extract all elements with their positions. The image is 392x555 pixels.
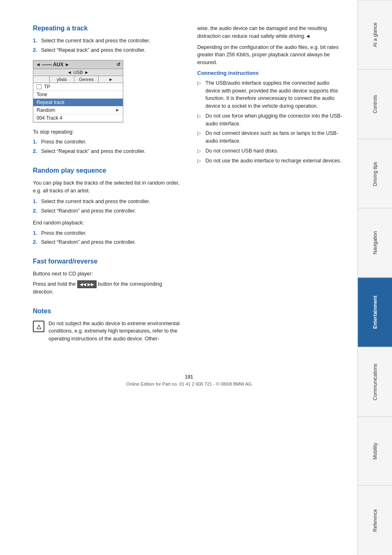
repeat-step-2: 2. Select “Repeat track” and press the c… — [33, 46, 181, 54]
connecting-bullets: ▷ The USB/audio interface supplies the c… — [197, 79, 345, 165]
warning-icon: △ — [33, 321, 44, 332]
menu-item-repeat-track[interactable]: Repeat track — [33, 99, 123, 106]
random-step-2: 2. Select “Random” and press the control… — [33, 207, 181, 215]
random-title: Random play sequence — [33, 167, 181, 174]
ff-title: Fast forward/reverse — [33, 258, 181, 265]
left-column: Repeating a track 1. Select the current … — [33, 25, 181, 358]
end-random-steps: 1. Press the controller. 2. Select “Rand… — [33, 229, 181, 247]
notes-text: Do not subject the audio device to extre… — [48, 320, 181, 343]
repeat-title: Repeating a track — [33, 25, 181, 32]
main-content: Repeating a track 1. Select the current … — [0, 0, 357, 555]
bullet-3: ▷ Do not connect devices such as fans or… — [197, 130, 345, 145]
menu-sub-header-usb: ◄ USB ► — [33, 69, 123, 76]
bullet-1: ▷ The USB/audio interface supplies the c… — [197, 79, 345, 110]
edition-text: Online Edition for Part no. 01 41 2 600 … — [33, 382, 345, 386]
random-arrow: ► — [115, 108, 120, 112]
end-random-step-2: 2. Select “Random” and press the control… — [33, 238, 181, 246]
stop-repeat-steps: 1. Press the controller. 2. Select “Repe… — [33, 138, 181, 155]
menu-item-tone[interactable]: Tone — [33, 91, 123, 99]
sidebar-tab-navigation[interactable]: Navigation — [358, 208, 392, 278]
random-steps-list: 1. Select the current track and press th… — [33, 198, 181, 215]
repeat-track-section: Repeating a track 1. Select the current … — [33, 25, 181, 155]
notes-title: Notes — [33, 308, 181, 315]
connecting-title: Connecting instructions — [197, 70, 345, 76]
repeat-step-1: 1. Select the current track and press th… — [33, 37, 181, 45]
sidebar-tab-entertainment[interactable]: Entertainment — [358, 278, 392, 347]
menu-item-track4[interactable]: 004 Track 4 — [33, 114, 123, 122]
stop-step-2: 2. Select “Repeat track” and press the c… — [33, 148, 181, 155]
sidebar-tab-at-a-glance[interactable]: At a glance — [358, 0, 392, 69]
bullet-2: ▷ Do not use force when plugging the con… — [197, 112, 345, 128]
menu-tabs: ylists Genres ► — [33, 76, 123, 83]
continued-text: wise, the audio device can be damaged an… — [197, 25, 345, 40]
connecting-section: Connecting instructions ▷ The USB/audio … — [197, 70, 345, 165]
page-footer: 191 Online Edition for Part no. 01 41 2 … — [33, 374, 345, 386]
bullet-4: ▷ Do not connect USB hard disks. — [197, 147, 345, 155]
ff-line2: Press and hold the ◀◀ ▶▶ button for the … — [33, 280, 181, 296]
bullet-5: ▷ Do not use the audio interface to rech… — [197, 157, 345, 165]
stop-step-1: 1. Press the controller. — [33, 138, 181, 146]
notes-section: Notes △ Do not subject the audio device … — [33, 308, 181, 346]
menu-tab-arrow: ► — [99, 76, 123, 83]
sidebar: At a glance Controls Driving tips Naviga… — [357, 0, 392, 555]
aux-menu-box: ◄ —— AUX ► ↺ ◄ USB ► ylists Genres ► — [33, 60, 123, 123]
menu-header-aux: ◄ —— AUX ► ↺ — [33, 60, 123, 69]
sidebar-tab-mobility[interactable]: Mobility — [358, 416, 392, 486]
menu-tab-tp — [33, 76, 50, 83]
menu-item-tp[interactable]: TP — [33, 83, 123, 91]
end-random-step-1: 1. Press the controller. — [33, 229, 181, 237]
page-number: 191 — [33, 374, 345, 380]
tp-checkbox — [37, 84, 42, 89]
right-column: wise, the audio device can be damaged an… — [197, 25, 345, 358]
menu-tab-ylists: ylists — [50, 76, 74, 83]
sidebar-tab-reference[interactable]: Reference — [358, 486, 392, 555]
ff-line1: Buttons next to CD player: — [33, 270, 181, 278]
repeat-steps-list: 1. Select the current track and press th… — [33, 37, 181, 54]
fast-forward-section: Fast forward/reverse Buttons next to CD … — [33, 258, 181, 296]
random-intro: You can play back the tracks of the sele… — [33, 179, 181, 195]
note-box: △ Do not subject the audio device to ext… — [33, 320, 181, 346]
sidebar-tab-communications[interactable]: Communications — [358, 347, 392, 416]
para2: Depending on the configuration of the au… — [197, 44, 345, 67]
sidebar-tab-controls[interactable]: Controls — [358, 69, 392, 139]
ff-button[interactable]: ◀◀ ▶▶ — [77, 280, 97, 288]
menu-item-random[interactable]: Random ► — [33, 106, 123, 114]
random-step-1: 1. Select the current track and press th… — [33, 198, 181, 206]
random-play-section: Random play sequence You can play back t… — [33, 167, 181, 246]
stop-repeating-label: To stop repeating: — [33, 128, 181, 136]
end-random-label: End random playback: — [33, 219, 181, 227]
sidebar-tab-driving-tips[interactable]: Driving tips — [358, 139, 392, 208]
menu-tab-genres: Genres — [74, 76, 99, 83]
